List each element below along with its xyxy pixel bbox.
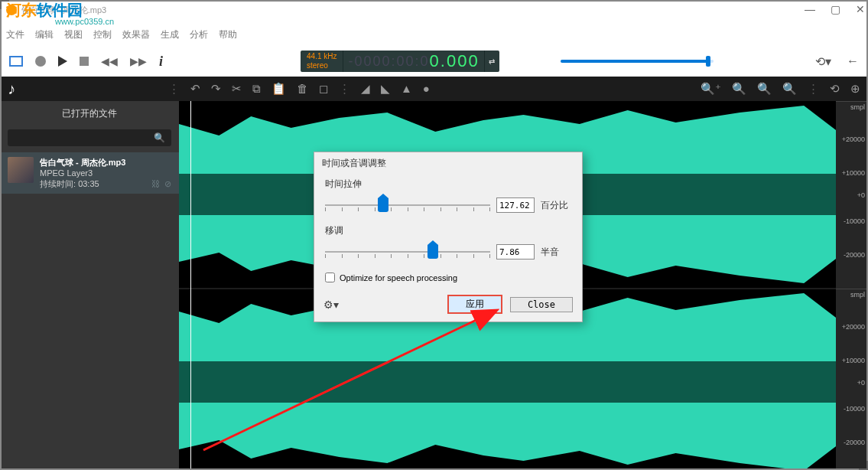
- marker-button[interactable]: ●: [423, 82, 430, 96]
- search-input[interactable]: 🔍: [8, 129, 171, 146]
- music-note-icon: ♪: [8, 80, 15, 98]
- redo-button[interactable]: ↷: [211, 82, 221, 96]
- menu-help[interactable]: 帮助: [219, 28, 237, 41]
- crop-button[interactable]: ◻: [319, 82, 328, 96]
- snap-button[interactable]: ⊕: [850, 82, 860, 96]
- fade-in-button[interactable]: ◢: [361, 82, 370, 96]
- counter-bright: 0.000: [430, 51, 480, 71]
- zoom-out-button[interactable]: 🔍: [732, 82, 746, 96]
- forward-button[interactable]: ▶▶: [130, 55, 147, 67]
- file-codec: MPEG Layer3: [40, 168, 125, 178]
- menu-file[interactable]: 文件: [6, 28, 24, 41]
- selection-tool[interactable]: [9, 56, 23, 67]
- maximize-button[interactable]: ▢: [831, 3, 840, 15]
- stretch-slider[interactable]: [325, 197, 490, 214]
- zoom-fit-button[interactable]: 🔍: [757, 82, 772, 96]
- undo-button[interactable]: ↶: [190, 82, 200, 96]
- history-button[interactable]: ⟲▾: [815, 54, 831, 69]
- paste-button[interactable]: 📋: [271, 82, 286, 96]
- zoom-sel-button[interactable]: 🔍: [782, 82, 797, 96]
- pitch-unit: 半音: [541, 246, 571, 259]
- stretch-value-input[interactable]: [496, 197, 535, 213]
- record-button[interactable]: [35, 56, 46, 67]
- close-file-icon[interactable]: ⊘: [164, 179, 171, 189]
- info-button[interactable]: i: [159, 54, 163, 70]
- menu-effects[interactable]: 效果器: [122, 28, 150, 41]
- watermark-url: www.pc0359.cn: [55, 17, 114, 26]
- zoom-in-button[interactable]: 🔍⁺: [701, 82, 721, 96]
- menu-analyze[interactable]: 分析: [190, 28, 208, 41]
- copy-button[interactable]: ⧉: [252, 82, 261, 96]
- search-icon: 🔍: [154, 132, 165, 143]
- volume-slider[interactable]: [561, 60, 714, 63]
- file-name: 告白气球 - 周杰伦.mp3: [40, 157, 125, 168]
- apply-button[interactable]: 应用: [447, 295, 502, 314]
- sidebar-header: 已打开的文件: [0, 101, 179, 126]
- stretch-unit: 百分比: [541, 199, 571, 212]
- rewind-button[interactable]: ◀◀: [101, 55, 118, 67]
- file-duration: 持续时间: 03:35: [40, 178, 125, 189]
- amplitude-ruler: smpl +20000 +10000 +0 -10000 -20000 smpl…: [836, 101, 868, 470]
- pitch-value-input[interactable]: [496, 244, 535, 259]
- close-dialog-button[interactable]: Close: [510, 297, 573, 312]
- delete-button[interactable]: 🗑: [297, 82, 308, 96]
- link-icon: ⛓: [151, 179, 160, 189]
- pitch-slider[interactable]: [325, 243, 490, 260]
- time-counter: 44.1 kHz stereo -0000:00:0 0.000 ⇄: [301, 51, 499, 72]
- close-button[interactable]: ✕: [856, 3, 865, 15]
- gear-icon[interactable]: ⚙▾: [323, 299, 339, 311]
- menu-edit[interactable]: 编辑: [35, 28, 54, 41]
- cut-button[interactable]: ✂: [232, 82, 242, 96]
- counter-freq: 44.1 kHz: [307, 52, 336, 61]
- dialog-title: 时间或音调调整: [314, 152, 582, 178]
- menu-generate[interactable]: 生成: [161, 28, 179, 41]
- fade-out-button[interactable]: ◣: [381, 82, 390, 96]
- svg-rect-5: [179, 361, 868, 403]
- transport-toolbar: ◀◀ ▶▶ i 44.1 kHz stereo -0000:00:0 0.000…: [0, 46, 868, 77]
- play-button[interactable]: [58, 56, 67, 67]
- sidebar: 已打开的文件 🔍 告白气球 - 周杰伦.mp3 MPEG Layer3 持续时间…: [0, 101, 179, 470]
- time-pitch-dialog: 时间或音调调整 时间拉伸 百分比 移调 半音 Optimize for spee…: [314, 152, 583, 322]
- menu-bar: 文件 编辑 视图 控制 效果器 生成 分析 帮助: [0, 26, 868, 43]
- optimize-speech-checkbox[interactable]: [325, 273, 335, 282]
- file-thumbnail: [8, 157, 34, 183]
- edit-toolbar: ♪ ⋮ ↶ ↷ ✂ ⧉ 📋 🗑 ◻ ⋮ ◢ ◣ ▲ ● 🔍⁺ 🔍 🔍 🔍 ⋮ ⟲…: [0, 77, 868, 101]
- file-list-item[interactable]: 告白气球 - 周杰伦.mp3 MPEG Layer3 持续时间: 03:35 ⛓…: [0, 152, 179, 194]
- menu-view[interactable]: 视图: [64, 28, 83, 41]
- loop-button[interactable]: ⟲: [830, 82, 840, 96]
- counter-toggle[interactable]: ⇄: [484, 51, 499, 72]
- minimize-button[interactable]: —: [805, 3, 815, 15]
- counter-dim: -0000:00:0: [348, 54, 429, 70]
- pitch-label: 移调: [314, 224, 582, 240]
- stop-button[interactable]: [80, 57, 89, 66]
- optimize-speech-label: Optimize for speech processing: [340, 273, 457, 282]
- menu-control[interactable]: 控制: [93, 28, 112, 41]
- normalize-button[interactable]: ▲: [401, 82, 412, 96]
- stretch-label: 时间拉伸: [314, 178, 582, 194]
- titlebar: 告白气球 - 周杰伦.mp3 河东软件园 www.pc0359.cn — ▢ ✕: [0, 0, 868, 20]
- back-button[interactable]: ←: [847, 54, 859, 69]
- playhead-line[interactable]: [190, 101, 191, 470]
- counter-channels: stereo: [307, 61, 336, 70]
